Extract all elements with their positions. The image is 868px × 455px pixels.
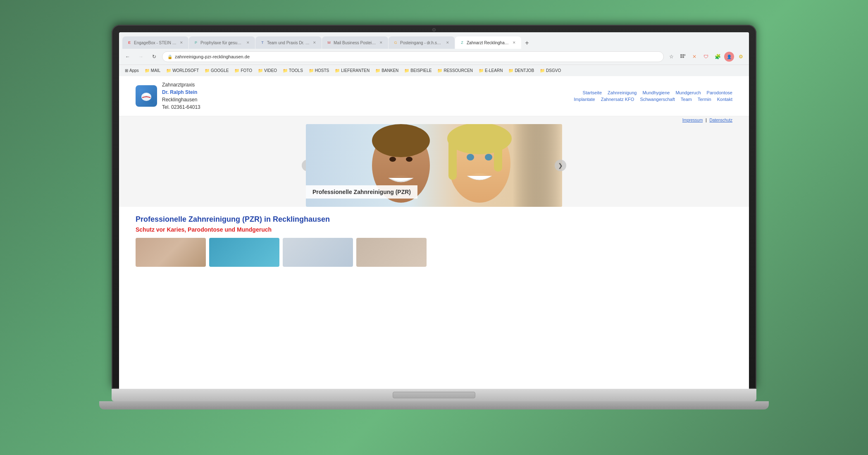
bookmark-bm-lieferanten[interactable]: 📁LIEFERANTEN <box>332 67 372 74</box>
bookmark-bm-tools[interactable]: 📁TOOLS <box>280 67 305 74</box>
nav-mundgeruch[interactable]: Mundgeruch <box>675 90 701 95</box>
browser-tab-tab1[interactable]: E EngageBox - STEIN PXWS... ✕ <box>122 36 188 49</box>
touchpad[interactable] <box>393 392 475 398</box>
nav-mundhygiene[interactable]: Mundhygiene <box>642 90 670 95</box>
extensions-grid-icon[interactable] <box>678 52 688 62</box>
bookmark-label: BANKEN <box>382 68 398 73</box>
hero-arrow-right[interactable]: ❯ <box>555 160 566 171</box>
bookmark-icon: 📁 <box>479 68 484 73</box>
tab-close-button[interactable]: ✕ <box>179 40 184 46</box>
bookmark-label: BEISPIELE <box>410 68 432 73</box>
browser-tab-tab4[interactable]: M Mail Business Posteingang ✕ <box>322 36 388 49</box>
nav-parodontose[interactable]: Parodontose <box>707 90 732 95</box>
nav-termin[interactable]: Termin <box>698 97 711 102</box>
nav-zahnreinigung[interactable]: Zahnreinigung <box>608 90 637 95</box>
site-nav: StartseiteZahnreinigungMundhygieneMundge… <box>574 90 732 102</box>
address-bar-row: ← → ↻ 🔒 zahnreinigung-pzr-recklinghausen… <box>119 49 749 65</box>
thumbnail-4 <box>356 238 427 267</box>
profile-avatar[interactable]: 👤 <box>724 52 734 62</box>
browser-tab-tab5[interactable]: G Posteingang - dr.h.sauer@... ✕ <box>389 36 455 49</box>
bookmark-bm-video[interactable]: 📁VIDEO <box>255 67 279 74</box>
nav-zahnersatz-kfo[interactable]: Zahnersatz KFO <box>601 97 634 102</box>
bookmark-bm-worldsoft[interactable]: 📁WORLDSOFT <box>164 67 201 74</box>
nav-team[interactable]: Team <box>681 97 692 102</box>
tab-label: Team und Praxis Dr. Stein ... <box>267 41 310 45</box>
bookmark-bm-hosts[interactable]: 📁HOSTS <box>306 67 331 74</box>
bookmark-bm-google[interactable]: 📁GOOGLE <box>202 67 231 74</box>
svg-rect-0 <box>680 54 682 56</box>
svg-rect-14 <box>448 139 457 180</box>
main-content: Professionelle Zahnreinigung (PZR) in Re… <box>119 207 749 389</box>
bookmark-icon: 📁 <box>375 68 380 73</box>
bookmark-icon: 📁 <box>404 68 409 73</box>
bookmark-icon: 📁 <box>437 68 442 73</box>
address-bar[interactable]: 🔒 zahnreinigung-pzr-recklinghausen.de <box>162 51 664 62</box>
tab-label: Mail Business Posteingang <box>334 41 377 45</box>
bookmark-bm-ressourcen[interactable]: 📁RESSOURCEN <box>435 67 475 74</box>
bookmark-bm-mail[interactable]: 📁MAIL <box>142 67 163 74</box>
tabs-bar: E EngageBox - STEIN PXWS... ✕ P Prophyla… <box>119 32 749 49</box>
nav-schwangerschaft[interactable]: Schwangerschaft <box>640 97 675 102</box>
star-button[interactable]: ☆ <box>666 52 676 62</box>
nav-row-1: StartseiteZahnreinigungMundhygieneMundge… <box>583 90 732 95</box>
datenschutz-link[interactable]: Datenschutz <box>709 118 732 122</box>
nav-row-2: ImplantateZahnersatz KFOSchwangerschaftT… <box>574 97 732 102</box>
tab-close-button[interactable]: ✕ <box>511 40 517 46</box>
tab-close-button[interactable]: ✕ <box>312 40 317 46</box>
screen-content: E EngageBox - STEIN PXWS... ✕ P Prophyla… <box>119 32 749 389</box>
camera-dot <box>432 28 436 31</box>
bookmark-icon: 📁 <box>540 68 545 73</box>
svg-point-9 <box>372 124 430 157</box>
bookmark-label: HOSTS <box>315 68 329 73</box>
forward-button[interactable]: → <box>136 51 146 62</box>
bookmark-label: DSGVO <box>546 68 561 73</box>
impressum-link[interactable]: Impressum <box>682 118 703 122</box>
main-title: Professionelle Zahnreinigung (PZR) in Re… <box>136 215 732 224</box>
svg-rect-2 <box>684 54 685 56</box>
hero-image-wrapper: ❮ <box>306 124 562 207</box>
nav-startseite[interactable]: Startseite <box>583 90 602 95</box>
svg-rect-4 <box>682 56 684 58</box>
bookmark-label: VIDEO <box>264 68 277 73</box>
laptop-container: E EngageBox - STEIN PXWS... ✕ P Prophyla… <box>112 25 756 430</box>
new-tab-button[interactable]: + <box>521 37 533 49</box>
practice-phone: Tel. 02361-64013 <box>162 103 200 111</box>
bookmark-bm-foto[interactable]: 📁FOTO <box>232 67 255 74</box>
hero-section: ❮ <box>119 124 749 207</box>
bookmark-icon: 📁 <box>283 68 288 73</box>
browser-tab-tab6[interactable]: Z Zahnarzt Recklinghausen, D... ✕ <box>455 36 521 49</box>
puzzle-icon[interactable]: 🧩 <box>713 52 723 62</box>
browser-chrome: E EngageBox - STEIN PXWS... ✕ P Prophyla… <box>119 32 749 76</box>
hero-image: Professionelle Zahnreinigung (PZR) <box>306 124 562 207</box>
practice-line3: Recklinghausen <box>162 96 200 103</box>
tab-label: Prophylaxe für gesunde Zä... <box>200 41 243 45</box>
bookmark-bm-dentjob[interactable]: 📁DENTJOB <box>506 67 537 74</box>
nav-kontakt[interactable]: Kontakt <box>717 97 732 102</box>
bookmark-bm-banken[interactable]: 📁BANKEN <box>373 67 401 74</box>
bookmark-bm-dsgvo[interactable]: 📁DSGVO <box>537 67 563 74</box>
stop-icon[interactable]: ✕ <box>689 52 699 62</box>
tab-close-button[interactable]: ✕ <box>378 40 384 46</box>
bookmark-bm-elearn[interactable]: 📁E-LEARN <box>476 67 505 74</box>
bookmark-bm-beispiele[interactable]: 📁BEISPIELE <box>402 67 434 74</box>
security-icon[interactable]: 🛡 <box>701 52 711 62</box>
tab-close-button[interactable]: ✕ <box>245 40 251 46</box>
thumbnail-1 <box>136 238 206 267</box>
nav-implantate[interactable]: Implantate <box>574 97 595 102</box>
tab-favicon: E <box>126 40 132 46</box>
svg-rect-3 <box>680 56 682 58</box>
laptop-foot <box>99 401 769 410</box>
tab-close-button[interactable]: ✕ <box>445 40 451 46</box>
bookmark-icon: 📁 <box>205 68 210 73</box>
back-button[interactable]: ← <box>122 51 133 62</box>
bookmark-icon: 📁 <box>508 68 513 73</box>
browser-tab-tab2[interactable]: P Prophylaxe für gesunde Zä... ✕ <box>189 36 255 49</box>
bookmark-label: MAIL <box>151 68 160 73</box>
browser-tab-tab3[interactable]: T Team und Praxis Dr. Stein ... ✕ <box>255 36 322 49</box>
bookmark-bm-apps[interactable]: ⊞Apps <box>122 67 141 74</box>
main-subtitle: Schutz vor Karies, Parodontose und Mundg… <box>136 226 732 233</box>
svg-point-17 <box>485 154 492 160</box>
reload-button[interactable]: ↻ <box>149 51 160 62</box>
website-content: Zahnarztpraxis Dr. Ralph Stein Recklingh… <box>119 76 749 389</box>
settings-icon[interactable]: ⚙ <box>736 52 746 62</box>
